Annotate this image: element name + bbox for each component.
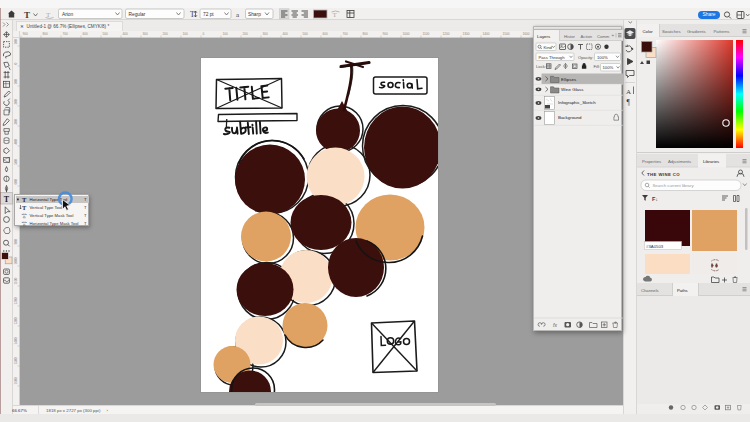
svg-text:T: T [84, 205, 87, 210]
svg-text:Patterns: Patterns [714, 29, 730, 34]
svg-text:1600: 1600 [14, 377, 18, 384]
svg-text:Gradients: Gradients [687, 29, 706, 34]
svg-text:Horizontal Type Mask Tool: Horizontal Type Mask Tool [30, 221, 79, 226]
svg-text:100: 100 [183, 32, 189, 36]
svg-text:fx: fx [553, 322, 557, 328]
svg-text:1400: 1400 [483, 32, 490, 36]
svg-text:¶: ¶ [627, 98, 631, 107]
svg-text:Kind: Kind [544, 45, 553, 50]
svg-text:T: T [4, 195, 10, 204]
svg-text:1500: 1500 [14, 357, 18, 364]
svg-text:1200: 1200 [443, 32, 450, 36]
svg-text:100: 100 [223, 32, 229, 36]
svg-text:THE WINE CO: THE WINE CO [647, 172, 680, 177]
svg-text:900: 900 [14, 239, 18, 245]
svg-text:300: 300 [143, 32, 149, 36]
svg-text:100%: 100% [603, 65, 614, 70]
svg-text:1100: 1100 [423, 32, 430, 36]
svg-text:900: 900 [383, 32, 389, 36]
svg-text:400: 400 [14, 139, 18, 145]
svg-text:1400: 1400 [14, 337, 18, 344]
svg-text:A: A [626, 88, 631, 96]
svg-text:T: T [84, 213, 87, 218]
svg-text:T: T [24, 10, 30, 20]
svg-text:100%: 100% [597, 55, 608, 60]
svg-text:Paths: Paths [677, 288, 688, 293]
svg-text:1300: 1300 [14, 317, 18, 324]
svg-text:600: 600 [83, 32, 89, 36]
svg-text:T: T [84, 197, 87, 202]
svg-text:Action: Action [581, 34, 593, 39]
svg-text:T: T [46, 11, 51, 19]
svg-text:a: a [236, 11, 240, 19]
svg-text:1200: 1200 [14, 297, 18, 304]
svg-text:Color: Color [643, 29, 654, 34]
svg-text:T: T [190, 10, 195, 19]
svg-text:200: 200 [243, 32, 249, 36]
svg-text:900: 900 [23, 32, 29, 36]
svg-text:200: 200 [14, 99, 18, 105]
svg-text:Histor: Histor [564, 34, 576, 39]
svg-text:»: » [612, 33, 615, 38]
svg-text:700: 700 [63, 32, 69, 36]
svg-text:0: 0 [14, 63, 18, 65]
svg-text:400: 400 [123, 32, 129, 36]
svg-text:600: 600 [323, 32, 329, 36]
svg-text:500: 500 [303, 32, 309, 36]
svg-text:400: 400 [283, 32, 289, 36]
svg-text:Layers: Layers [537, 34, 551, 39]
svg-text:700: 700 [343, 32, 349, 36]
svg-text:100: 100 [14, 79, 18, 85]
svg-text:Fill:: Fill: [594, 64, 601, 69]
svg-text:T: T [22, 212, 27, 219]
svg-text:600: 600 [14, 179, 18, 185]
svg-text:Sharp: Sharp [248, 12, 261, 17]
svg-text:T: T [22, 204, 27, 211]
svg-text:1300: 1300 [463, 32, 470, 36]
svg-text:300: 300 [263, 32, 269, 36]
svg-text:300: 300 [14, 119, 18, 125]
svg-text:1000: 1000 [14, 257, 18, 264]
svg-text:500: 500 [14, 159, 18, 165]
svg-text:T: T [22, 196, 27, 203]
svg-text:Ellipses: Ellipses [561, 77, 577, 82]
svg-text:800: 800 [363, 32, 369, 36]
svg-text:Swatches: Swatches [662, 29, 681, 34]
svg-text:72 pt: 72 pt [203, 12, 214, 17]
svg-text:T: T [84, 221, 87, 226]
svg-text:Comm: Comm [597, 34, 610, 39]
svg-text:1500: 1500 [503, 32, 510, 36]
svg-text:Infographic_Sketch: Infographic_Sketch [558, 100, 596, 105]
svg-text:Arion: Arion [62, 12, 74, 17]
svg-text:Properties: Properties [642, 159, 661, 164]
svg-text:Adjustments: Adjustments [668, 159, 691, 164]
svg-text:Background: Background [558, 115, 582, 120]
svg-text:Lock:: Lock: [536, 64, 546, 69]
svg-text:Opacity:: Opacity: [578, 55, 593, 60]
svg-text:500: 500 [103, 32, 109, 36]
svg-text:Regular: Regular [129, 12, 146, 17]
svg-text:0: 0 [203, 32, 205, 36]
svg-text:1100: 1100 [14, 277, 18, 284]
svg-text:Libraries: Libraries [703, 159, 719, 164]
svg-text:T: T [22, 220, 27, 227]
svg-text:F↓: F↓ [652, 196, 658, 202]
svg-text:Search current library: Search current library [653, 183, 695, 188]
svg-text:800: 800 [43, 32, 49, 36]
svg-text:#3A0503: #3A0503 [646, 244, 664, 249]
svg-text:1000: 1000 [403, 32, 410, 36]
svg-text:Wine Glass: Wine Glass [561, 87, 584, 92]
svg-text:1600: 1600 [523, 32, 530, 36]
svg-text:Channels: Channels [641, 288, 659, 293]
svg-text:200: 200 [163, 32, 169, 36]
svg-text:Pass Through: Pass Through [539, 55, 566, 60]
svg-text:100: 100 [14, 39, 18, 45]
